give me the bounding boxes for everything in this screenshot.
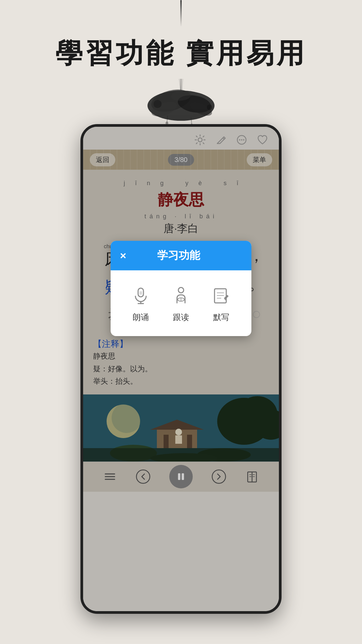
svg-point-5 <box>154 100 162 108</box>
main-title: 學習功能 實用易用 <box>55 35 307 72</box>
learning-modal: × 学习功能 <box>111 241 251 336</box>
top-decorative-area: 學習功能 實用易用 <box>0 0 362 141</box>
dictate-label: 默写 <box>213 312 229 323</box>
follow-label: 跟读 <box>173 312 189 323</box>
ink-splash-image <box>137 79 225 126</box>
modal-body: 朗诵 跟读 <box>111 270 251 336</box>
modal-header: × 学习功能 <box>111 241 251 270</box>
modal-close-button[interactable]: × <box>120 250 126 262</box>
reading-person-icon <box>169 284 193 307</box>
recite-label: 朗诵 <box>133 312 149 323</box>
microphone-icon <box>129 284 153 307</box>
modal-item-recite[interactable]: 朗诵 <box>129 284 153 323</box>
ink-drop <box>180 0 182 27</box>
modal-overlay: × 学习功能 <box>83 127 279 611</box>
modal-item-follow[interactable]: 跟读 <box>169 284 193 323</box>
svg-line-9 <box>179 79 180 91</box>
modal-item-dictate[interactable]: 默写 <box>209 284 233 323</box>
phone-screen: 返回 3/80 菜单 jīng yè sī 静夜思 táng · lī bái … <box>83 127 279 611</box>
write-icon <box>209 284 233 307</box>
svg-point-6 <box>207 105 212 110</box>
phone-mockup: 返回 3/80 菜单 jīng yè sī 静夜思 táng · lī bái … <box>80 124 282 614</box>
svg-line-10 <box>182 79 183 92</box>
svg-point-54 <box>178 287 184 293</box>
modal-title: 学习功能 <box>126 248 231 263</box>
